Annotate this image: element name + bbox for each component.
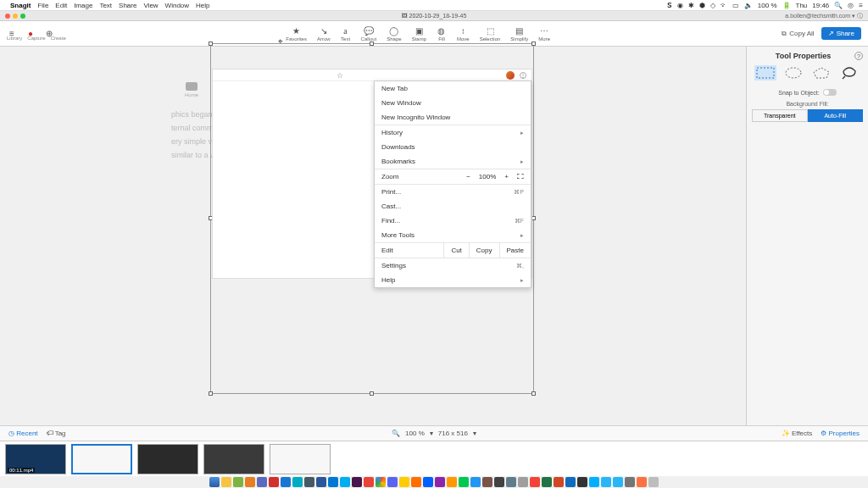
shape-polygon[interactable] bbox=[810, 65, 832, 80]
display-icon[interactable]: ▭ bbox=[732, 2, 739, 9]
effects-button[interactable]: ✨ Effects bbox=[782, 430, 813, 437]
dock-chrome-icon[interactable] bbox=[376, 477, 386, 487]
zoom-dropdown-icon[interactable]: ▾ bbox=[430, 430, 433, 437]
favorites-tool[interactable]: ★Favorites bbox=[286, 26, 307, 42]
dock-app-icon[interactable] bbox=[281, 477, 291, 487]
callout-tool[interactable]: 💬Callout bbox=[361, 26, 377, 42]
dock-outlook-icon[interactable] bbox=[328, 477, 338, 487]
move-tool[interactable]: ↕Move bbox=[457, 26, 470, 42]
menu-help[interactable]: Help bbox=[196, 2, 209, 9]
traffic-lights[interactable] bbox=[5, 14, 25, 19]
dock-trash-icon[interactable] bbox=[648, 477, 659, 487]
dock-app-icon[interactable] bbox=[269, 477, 279, 487]
thumbnail[interactable] bbox=[71, 444, 132, 474]
captured-image[interactable]: ⌖ Home 9My Network Jobs Messaging 51Noti… bbox=[176, 47, 534, 396]
fill-tool[interactable]: ◍Fill bbox=[437, 26, 447, 42]
dock-app-icon[interactable] bbox=[221, 477, 231, 487]
dock-app-icon[interactable] bbox=[387, 477, 398, 487]
resize-handle-sw[interactable] bbox=[209, 391, 213, 396]
app-name[interactable]: Snagit bbox=[10, 2, 31, 9]
menu-window[interactable]: Window bbox=[165, 2, 189, 9]
properties-button[interactable]: ⚙ Properties bbox=[821, 430, 860, 437]
dock-app-icon[interactable] bbox=[352, 477, 362, 487]
dock-app-icon[interactable] bbox=[411, 477, 421, 487]
dock[interactable] bbox=[206, 476, 662, 488]
menu-share[interactable]: Share bbox=[119, 2, 136, 9]
shape-ellipse[interactable] bbox=[782, 65, 804, 80]
menu-edit[interactable]: Edit bbox=[55, 2, 67, 9]
library-label[interactable]: Library bbox=[7, 36, 22, 41]
dock-finder-icon[interactable] bbox=[209, 477, 220, 487]
dock-excel-icon[interactable] bbox=[542, 477, 552, 487]
dock-app-icon[interactable] bbox=[399, 477, 409, 487]
recent-tab[interactable]: ◷ Recent bbox=[8, 430, 38, 437]
dock-skype-icon[interactable] bbox=[340, 477, 350, 487]
wifi-icon[interactable]: ᯤ bbox=[721, 2, 727, 9]
dock-app-icon[interactable] bbox=[447, 477, 457, 487]
maximize-icon[interactable] bbox=[20, 14, 25, 19]
dock-snagit-icon[interactable] bbox=[601, 477, 611, 487]
menu-file[interactable]: File bbox=[37, 2, 48, 9]
dock-app-icon[interactable] bbox=[435, 477, 445, 487]
menu-view[interactable]: View bbox=[143, 2, 158, 9]
resize-handle-se[interactable] bbox=[531, 391, 536, 396]
help-icon[interactable]: ? bbox=[854, 52, 863, 60]
resize-handle-s[interactable] bbox=[370, 391, 374, 396]
dock-app-icon[interactable] bbox=[304, 477, 314, 487]
dock-app-icon[interactable] bbox=[459, 477, 469, 487]
shape-rect[interactable] bbox=[754, 65, 776, 80]
create-label[interactable]: Create bbox=[51, 36, 66, 41]
canvas[interactable]: ⌖ Home 9My Network Jobs Messaging 51Noti… bbox=[0, 47, 746, 425]
simplify-tool[interactable]: ▤Simplify bbox=[510, 26, 528, 42]
snap-toggle[interactable] bbox=[823, 89, 837, 96]
menubar-icon[interactable]: ◉ bbox=[677, 2, 683, 9]
dock-app-icon[interactable] bbox=[625, 477, 635, 487]
dock-word-icon[interactable] bbox=[316, 477, 326, 487]
dock-app-icon[interactable] bbox=[257, 477, 267, 487]
dock-app-icon[interactable] bbox=[233, 477, 243, 487]
dock-ppt-icon[interactable] bbox=[554, 477, 564, 487]
dock-app-icon[interactable] bbox=[423, 477, 433, 487]
dock-app-icon[interactable] bbox=[506, 477, 516, 487]
dock-app-icon[interactable] bbox=[470, 477, 481, 487]
account-label[interactable]: a.bollen@techsmith.com ▾ ⓘ bbox=[785, 12, 863, 20]
dock-app-icon[interactable] bbox=[613, 477, 623, 487]
shape-lasso[interactable] bbox=[838, 65, 860, 80]
tag-tab[interactable]: 🏷 Tag bbox=[47, 430, 66, 437]
menubar-icon[interactable]: ◇ bbox=[710, 2, 715, 9]
bgfill-transparent[interactable]: Transparent bbox=[752, 109, 808, 122]
dock-app-icon[interactable] bbox=[565, 477, 576, 487]
share-button[interactable]: ↗ Share bbox=[821, 27, 861, 40]
dock-app-icon[interactable] bbox=[245, 477, 255, 487]
resize-handle-nw[interactable] bbox=[209, 42, 213, 46]
resize-handle-ne[interactable] bbox=[531, 42, 536, 46]
search-icon[interactable]: 🔍 bbox=[834, 2, 843, 9]
copy-all-button[interactable]: ⧉ Copy All bbox=[782, 30, 814, 38]
dock-app-icon[interactable] bbox=[589, 477, 599, 487]
thumbnail[interactable] bbox=[203, 444, 264, 474]
dock-app-icon[interactable] bbox=[292, 477, 303, 487]
dock-app-icon[interactable] bbox=[518, 477, 528, 487]
menubar-s-icon[interactable]: 𝗦 bbox=[667, 2, 672, 9]
notifications-icon[interactable]: ≡ bbox=[859, 2, 863, 9]
thumbnail[interactable]: 00:11.mp4 bbox=[5, 444, 66, 474]
volume-icon[interactable]: 🔈 bbox=[744, 2, 753, 9]
dock-app-icon[interactable] bbox=[577, 477, 587, 487]
resize-handle-n[interactable] bbox=[370, 42, 374, 46]
text-tool[interactable]: aText bbox=[341, 26, 351, 42]
dock-app-icon[interactable] bbox=[530, 477, 540, 487]
capture-label[interactable]: Capture bbox=[27, 36, 45, 41]
shape-tool[interactable]: ◯Shape bbox=[387, 26, 401, 42]
thumbnail[interactable] bbox=[270, 444, 331, 474]
minimize-icon[interactable] bbox=[13, 14, 18, 19]
dock-app-icon[interactable] bbox=[482, 477, 492, 487]
menu-image[interactable]: Image bbox=[74, 2, 92, 9]
control-center-icon[interactable]: ◎ bbox=[848, 2, 854, 9]
dock-app-icon[interactable] bbox=[637, 477, 647, 487]
more-tools[interactable]: ⋯More bbox=[538, 26, 550, 42]
menu-text[interactable]: Text bbox=[99, 2, 112, 9]
dock-app-icon[interactable] bbox=[364, 477, 374, 487]
thumbnail[interactable] bbox=[137, 444, 198, 474]
stamp-tool[interactable]: ▣Stamp bbox=[412, 26, 426, 42]
menubar-icon[interactable]: ⬢ bbox=[699, 2, 705, 9]
